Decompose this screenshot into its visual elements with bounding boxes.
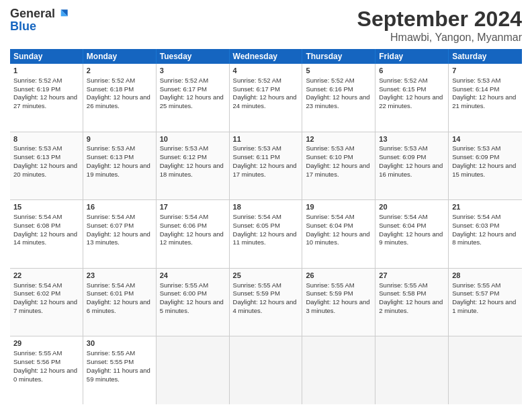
sunrise-text: Sunrise: 5:53 AM: [452, 77, 500, 84]
daylight-text: Daylight: 12 hours and 19 minutes.: [87, 162, 150, 178]
calendar-cell: 28Sunrise: 5:55 AMSunset: 5:57 PMDayligh…: [449, 269, 522, 336]
calendar-cell: 1Sunrise: 5:52 AMSunset: 6:19 PMDaylight…: [10, 64, 83, 132]
daylight-text: Daylight: 12 hours and 23 minutes.: [306, 93, 369, 109]
day-number: 18: [233, 202, 299, 212]
calendar-cell: 9Sunrise: 5:53 AMSunset: 6:13 PMDaylight…: [83, 132, 157, 200]
day-number: 3: [160, 66, 226, 76]
sunset-text: Sunset: 6:09 PM: [379, 153, 426, 161]
daylight-text: Daylight: 12 hours and 1 minute.: [452, 298, 516, 314]
calendar-cell: 14Sunrise: 5:53 AMSunset: 6:09 PMDayligh…: [449, 132, 522, 200]
day-number: 30: [87, 338, 152, 349]
sunrise-text: Sunrise: 5:54 AM: [160, 213, 208, 220]
calendar-cell: 20Sunrise: 5:54 AMSunset: 6:04 PMDayligh…: [375, 200, 449, 268]
daylight-text: Daylight: 12 hours and 7 minutes.: [13, 298, 77, 314]
daylight-text: Daylight: 12 hours and 6 minutes.: [87, 298, 150, 314]
daylight-text: Daylight: 12 hours and 10 minutes.: [306, 230, 369, 246]
day-number: 23: [87, 271, 152, 281]
day-header-friday: Friday: [375, 49, 449, 64]
page: General Blue September 2024 Hmawbi, Yang…: [0, 0, 532, 411]
day-number: 22: [13, 271, 79, 281]
day-number: 13: [379, 134, 445, 144]
calendar-cell: 7Sunrise: 5:53 AMSunset: 6:14 PMDaylight…: [449, 64, 522, 132]
location-subtitle: Hmawbi, Yangon, Myanmar: [357, 32, 522, 44]
header: General Blue September 2024 Hmawbi, Yang…: [10, 7, 522, 44]
calendar-cell: [302, 336, 375, 404]
calendar-cell: 6Sunrise: 5:52 AMSunset: 6:15 PMDaylight…: [375, 64, 449, 132]
logo-blue-text: Blue: [10, 19, 36, 34]
day-number: 2: [87, 66, 152, 76]
day-number: 4: [233, 66, 299, 76]
sunrise-text: Sunrise: 5:55 AM: [160, 281, 208, 289]
sunrise-text: Sunrise: 5:54 AM: [87, 213, 135, 220]
daylight-text: Daylight: 12 hours and 5 minutes.: [160, 298, 224, 314]
sunrise-text: Sunrise: 5:53 AM: [233, 144, 281, 152]
sunrise-text: Sunrise: 5:53 AM: [160, 144, 208, 152]
calendar-cell: 15Sunrise: 5:54 AMSunset: 6:08 PMDayligh…: [10, 200, 83, 268]
calendar-cell: 30Sunrise: 5:55 AMSunset: 5:55 PMDayligh…: [83, 336, 157, 404]
sunset-text: Sunset: 6:07 PM: [87, 222, 134, 229]
sunrise-text: Sunrise: 5:53 AM: [379, 144, 427, 152]
sunrise-text: Sunrise: 5:52 AM: [160, 77, 208, 84]
calendar: SundayMondayTuesdayWednesdayThursdayFrid…: [10, 49, 522, 404]
day-number: 17: [160, 202, 226, 212]
calendar-cell: 17Sunrise: 5:54 AMSunset: 6:06 PMDayligh…: [157, 200, 230, 268]
daylight-text: Daylight: 12 hours and 9 minutes.: [379, 230, 443, 246]
day-number: 21: [452, 202, 519, 212]
sunset-text: Sunset: 6:01 PM: [87, 289, 134, 297]
calendar-cell: 18Sunrise: 5:54 AMSunset: 6:05 PMDayligh…: [230, 200, 303, 268]
day-header-tuesday: Tuesday: [157, 49, 230, 64]
calendar-cell: [449, 336, 522, 404]
day-number: 10: [160, 134, 226, 144]
calendar-cell: 3Sunrise: 5:52 AMSunset: 6:17 PMDaylight…: [157, 64, 230, 132]
calendar-cell: 5Sunrise: 5:52 AMSunset: 6:16 PMDaylight…: [302, 64, 375, 132]
calendar-cell: 27Sunrise: 5:55 AMSunset: 5:58 PMDayligh…: [375, 269, 449, 336]
daylight-text: Daylight: 12 hours and 2 minutes.: [379, 298, 443, 314]
day-number: 16: [87, 202, 152, 212]
sunrise-text: Sunrise: 5:53 AM: [452, 144, 500, 152]
sunrise-text: Sunrise: 5:53 AM: [87, 144, 135, 152]
calendar-row-5: 29Sunrise: 5:55 AMSunset: 5:56 PMDayligh…: [10, 336, 522, 404]
sunrise-text: Sunrise: 5:55 AM: [233, 281, 281, 289]
calendar-cell: 8Sunrise: 5:53 AMSunset: 6:13 PMDaylight…: [10, 132, 83, 200]
sunrise-text: Sunrise: 5:54 AM: [233, 213, 281, 220]
calendar-body: 1Sunrise: 5:52 AMSunset: 6:19 PMDaylight…: [10, 64, 522, 404]
day-number: 19: [306, 202, 371, 212]
day-number: 24: [160, 271, 226, 281]
calendar-cell: 25Sunrise: 5:55 AMSunset: 5:59 PMDayligh…: [230, 269, 303, 336]
logo-text: General: [10, 7, 70, 21]
daylight-text: Daylight: 12 hours and 3 minutes.: [306, 298, 369, 314]
daylight-text: Daylight: 12 hours and 15 minutes.: [452, 162, 516, 178]
sunrise-text: Sunrise: 5:55 AM: [306, 281, 354, 289]
calendar-row-1: 1Sunrise: 5:52 AMSunset: 6:19 PMDaylight…: [10, 64, 522, 132]
day-header-sunday: Sunday: [10, 49, 83, 64]
calendar-cell: 26Sunrise: 5:55 AMSunset: 5:59 PMDayligh…: [302, 269, 375, 336]
title-block: September 2024 Hmawbi, Yangon, Myanmar: [357, 7, 522, 44]
calendar-cell: 21Sunrise: 5:54 AMSunset: 6:03 PMDayligh…: [449, 200, 522, 268]
daylight-text: Daylight: 12 hours and 14 minutes.: [13, 230, 77, 246]
logo-icon: [56, 7, 70, 21]
sunset-text: Sunset: 6:19 PM: [13, 85, 60, 93]
sunrise-text: Sunrise: 5:55 AM: [452, 281, 500, 289]
day-number: 27: [379, 271, 445, 281]
sunrise-text: Sunrise: 5:54 AM: [87, 281, 135, 289]
calendar-row-3: 15Sunrise: 5:54 AMSunset: 6:08 PMDayligh…: [10, 200, 522, 269]
sunset-text: Sunset: 5:55 PM: [87, 358, 134, 365]
daylight-text: Daylight: 12 hours and 18 minutes.: [160, 162, 224, 178]
daylight-text: Daylight: 12 hours and 13 minutes.: [87, 230, 150, 246]
day-number: 7: [452, 66, 519, 76]
daylight-text: Daylight: 12 hours and 25 minutes.: [160, 93, 224, 109]
sunset-text: Sunset: 5:57 PM: [452, 289, 499, 297]
day-number: 12: [306, 134, 371, 144]
sunrise-text: Sunrise: 5:54 AM: [13, 213, 62, 220]
day-number: 29: [13, 338, 79, 349]
sunset-text: Sunset: 6:00 PM: [160, 289, 207, 297]
calendar-cell: [230, 336, 303, 404]
calendar-cell: 13Sunrise: 5:53 AMSunset: 6:09 PMDayligh…: [375, 132, 449, 200]
sunset-text: Sunset: 6:04 PM: [379, 222, 426, 229]
day-header-monday: Monday: [83, 49, 157, 64]
sunset-text: Sunset: 6:09 PM: [452, 153, 499, 161]
sunrise-text: Sunrise: 5:55 AM: [379, 281, 427, 289]
sunset-text: Sunset: 6:17 PM: [160, 85, 207, 93]
sunset-text: Sunset: 6:10 PM: [306, 153, 353, 161]
sunset-text: Sunset: 5:59 PM: [233, 289, 280, 297]
